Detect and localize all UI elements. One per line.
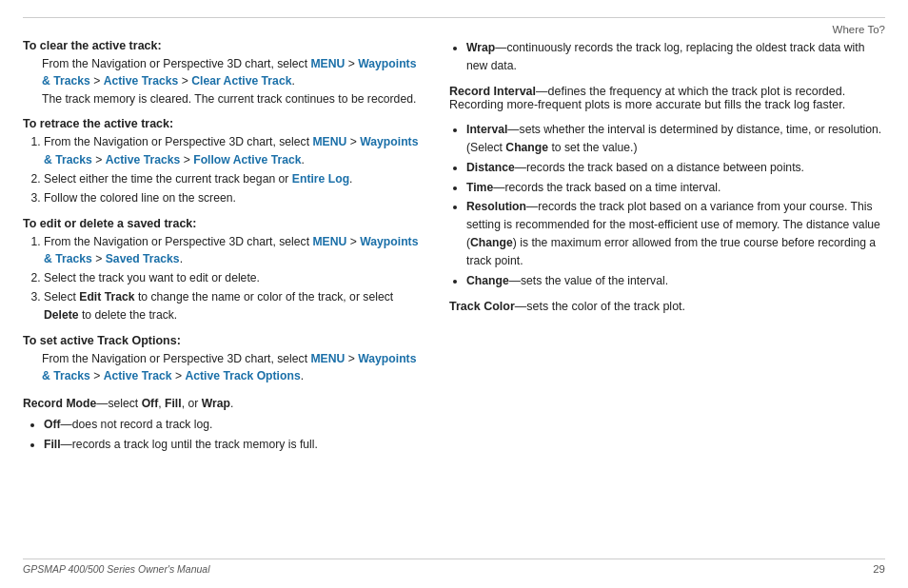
footer: GPSMAP 400/500 Series Owner's Manual 29 — [23, 559, 885, 575]
retrace-track-steps: From the Navigation or Perspective 3D ch… — [40, 133, 423, 207]
clear-track-menu-link[interactable]: MENU — [310, 57, 345, 70]
record-fill-item: Fill—records a track log until the track… — [44, 436, 423, 454]
section-clear-track: To clear the active track: From the Navi… — [23, 39, 423, 108]
active-track-options-link[interactable]: Active Track Options — [185, 369, 300, 382]
active-track-link[interactable]: Active Track — [104, 369, 172, 382]
retrace-track-title: To retrace the active track: — [23, 117, 423, 130]
clear-track-title: To clear the active track: — [23, 39, 423, 52]
record-mode-line: Record Mode—select Off, Fill, or Wrap. — [23, 395, 423, 412]
resolution-change-link: Change — [470, 236, 513, 249]
section-retrace-track: To retrace the active track: From the Na… — [23, 117, 423, 207]
where-to-label: Where To? — [833, 24, 885, 35]
record-interval-section: Record Interval—defines the frequency at… — [449, 85, 885, 111]
track-color-para: Track Color—sets the color of the track … — [449, 300, 885, 313]
section-set-options: To set active Track Options: From the Na… — [23, 334, 423, 385]
record-off-item: Off—does not record a track log. — [44, 416, 423, 434]
interval-bullets-section: Interval—sets whether the interval is de… — [449, 121, 885, 290]
interval-change-link: Change — [505, 141, 548, 154]
retrace-step-1: From the Navigation or Perspective 3D ch… — [44, 133, 423, 169]
edit-menu-link[interactable]: MENU — [312, 235, 346, 248]
clear-track-intro: From the Navigation or Perspective 3D ch… — [42, 57, 310, 70]
track-color-text: —sets the color of the track plot. — [515, 300, 685, 313]
top-rule — [23, 17, 885, 18]
wrap-text: —continuously records the track log, rep… — [466, 41, 864, 72]
edit-step-2: Select the track you want to edit or del… — [44, 269, 423, 287]
off-option: Off — [142, 397, 159, 410]
content-area: To clear the active track: From the Navi… — [23, 39, 885, 551]
clear-track-active-link[interactable]: Active Tracks — [104, 74, 179, 88]
set-options-title: To set active Track Options: — [23, 334, 423, 347]
edit-track-steps: From the Navigation or Perspective 3D ch… — [40, 233, 423, 325]
retrace-menu-link[interactable]: MENU — [312, 135, 346, 148]
clear-active-track-link[interactable]: Clear Active Track — [191, 74, 291, 88]
record-interval-para: Record Interval—defines the frequency at… — [449, 85, 885, 111]
fill-option: Fill — [165, 397, 182, 410]
section-edit-track: To edit or delete a saved track: From th… — [23, 217, 423, 325]
resolution-item: Resolution—records the track plot based … — [466, 198, 885, 270]
retrace-active-tracks-link[interactable]: Active Tracks — [106, 153, 181, 167]
retrace-step-3: Follow the colored line on the screen. — [44, 189, 423, 207]
page-container: Where To? To clear the active track: Fro… — [0, 0, 908, 588]
footer-page-number: 29 — [873, 563, 885, 575]
track-color-section: Track Color—sets the color of the track … — [449, 300, 885, 313]
edit-track-title: To edit or delete a saved track: — [23, 217, 423, 230]
follow-active-track-link[interactable]: Follow Active Track — [193, 153, 301, 167]
edit-step-3: Select Edit Track to change the name or … — [44, 288, 423, 324]
edit-track-link: Edit Track — [79, 290, 134, 304]
interval-item: Interval—sets whether the interval is de… — [466, 121, 885, 157]
entire-log-link[interactable]: Entire Log — [292, 172, 349, 186]
wrap-section: Wrap—continuously records the track log,… — [449, 39, 885, 75]
wrap-bold: Wrap — [466, 41, 495, 54]
time-item: Time—records the track based on a time i… — [466, 179, 885, 197]
options-menu-link[interactable]: MENU — [310, 352, 345, 365]
left-column: To clear the active track: From the Navi… — [23, 39, 423, 551]
wrap-list: Wrap—continuously records the track log,… — [463, 39, 885, 75]
wrap-option-inline: Wrap — [202, 397, 230, 410]
saved-tracks-link[interactable]: Saved Tracks — [106, 252, 180, 265]
record-mode-label: Record Mode — [23, 397, 96, 410]
edit-step-1: From the Navigation or Perspective 3D ch… — [44, 233, 423, 269]
change-item: Change—sets the value of the interval. — [466, 272, 885, 290]
right-column: Wrap—continuously records the track log,… — [449, 39, 885, 551]
clear-track-body: From the Navigation or Perspective 3D ch… — [42, 55, 423, 108]
wrap-item: Wrap—continuously records the track log,… — [466, 39, 885, 75]
set-options-body: From the Navigation or Perspective 3D ch… — [42, 350, 423, 385]
track-color-label: Track Color — [449, 300, 515, 313]
interval-bullets-list: Interval—sets whether the interval is de… — [463, 121, 885, 290]
delete-link: Delete — [44, 308, 79, 322]
footer-manual-label: GPSMAP 400/500 Series Owner's Manual — [23, 563, 210, 575]
page-header: Where To? — [23, 24, 885, 35]
record-mode-list: Off—does not record a track log. Fill—re… — [40, 416, 423, 454]
record-interval-label: Record Interval — [449, 85, 536, 98]
distance-item: Distance—records the track based on a di… — [466, 159, 885, 177]
retrace-step-2: Select either the time the current track… — [44, 170, 423, 188]
clear-track-extra: The track memory is cleared. The current… — [42, 92, 416, 106]
section-record-mode: Record Mode—select Off, Fill, or Wrap. O… — [23, 395, 423, 454]
